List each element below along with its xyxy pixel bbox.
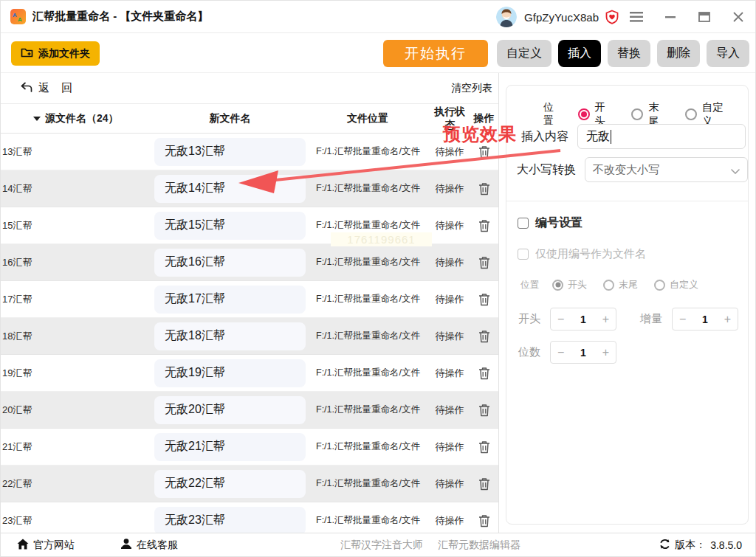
minus-button[interactable]: − [557,347,564,359]
insert-content-label: 插入内容 [506,129,568,145]
new-name[interactable]: 无敌19汇帮 [154,359,306,387]
start-number-stepper: − 1 + [550,308,616,331]
trash-icon[interactable] [478,256,490,269]
file-location: F:/1.汇帮批量重命名/文件 [306,514,430,527]
digits-value[interactable]: 1 [580,347,586,359]
start-execute-button[interactable]: 开始执行 [383,40,488,67]
column-location: 文件位置 [306,112,430,125]
maximize-button[interactable] [687,1,721,33]
status: 待操作 [430,293,470,306]
trash-icon[interactable] [478,367,490,380]
online-support-link[interactable]: 在线客服 [120,538,178,552]
back-button[interactable]: 返 回 [20,81,77,95]
source-name: 23汇帮 [1,514,154,527]
increment-label: 增量 [640,312,662,326]
user-avatar[interactable] [496,7,517,27]
case-convert-select[interactable]: 不改变大小写 [585,157,748,182]
svg-text:A: A [18,16,22,23]
titlebar: AA 汇帮批量重命名 - 【文件夹重命名】 GfpZyYucX8ab [1,1,755,33]
tab-custom[interactable]: 自定义 [497,40,551,67]
numbering-setting-row: 编号设置 [518,215,583,231]
column-source[interactable]: 源文件名（24） [1,112,154,125]
trash-icon[interactable] [478,330,490,343]
status: 待操作 [430,514,470,527]
app-icon: AA [10,9,26,24]
table-row: 23汇帮 无敌23汇帮 F:/1.汇帮批量重命名/文件 待操作 [1,502,498,534]
vip-badge-icon[interactable] [605,10,619,24]
only-number-checkbox[interactable] [518,249,529,260]
radio-selected-icon [578,108,590,120]
menu-icon[interactable] [619,1,653,33]
tab-import[interactable]: 导入 [707,40,749,67]
radio-number-start[interactable]: 开头 [552,278,587,291]
new-name[interactable]: 无敌13汇帮 [154,138,306,166]
trash-icon[interactable] [478,440,490,454]
metadata-tool-link[interactable]: 汇帮元数据编辑器 [438,539,520,552]
numbering-label: 编号设置 [535,215,583,231]
increment-value[interactable]: 1 [702,314,708,325]
table-row: 16汇帮 无敌16汇帮 F:/1.汇帮批量重命名/文件 待操作 [1,244,498,281]
close-button[interactable] [721,1,755,33]
new-name[interactable]: 无敌23汇帮 [154,507,306,535]
pinyin-tool-link[interactable]: 汇帮汉字注音大师 [340,539,423,552]
plus-button[interactable]: + [602,347,609,359]
new-name[interactable]: 无敌16汇帮 [154,249,306,277]
section-divider [506,201,748,201]
trash-icon[interactable] [478,404,490,417]
insert-content-input[interactable]: 无敌 [577,124,746,149]
radio-number-custom[interactable]: 自定义 [654,278,698,291]
table-row: 19汇帮 无敌19汇帮 F:/1.汇帮批量重命名/文件 待操作 [1,355,498,392]
new-name[interactable]: 无敌20汇帮 [154,396,306,424]
numbering-checkbox[interactable] [518,218,529,229]
tab-delete[interactable]: 删除 [657,40,700,67]
official-site-link[interactable]: 官方网站 [17,539,75,552]
back-arrow-icon [20,82,32,95]
new-name[interactable]: 无敌21汇帮 [154,433,306,461]
table-row: 20汇帮 无敌20汇帮 F:/1.汇帮批量重命名/文件 待操作 [1,392,498,429]
minus-button[interactable]: − [679,314,686,325]
new-name[interactable]: 无敌22汇帮 [154,470,306,498]
minus-button[interactable]: − [557,314,564,325]
radio-icon [654,280,665,291]
status: 待操作 [430,145,470,159]
version-label: 版本： [675,539,706,552]
trash-icon[interactable] [478,293,490,306]
increment-stepper: − 1 + [672,308,738,331]
plus-button[interactable]: + [602,314,609,325]
table-header: 源文件名（24） 新文件名 文件位置 执行状态 操作 [1,104,498,134]
new-name[interactable]: 无敌14汇帮 [154,175,306,203]
new-name[interactable]: 无敌15汇帮 [154,212,306,240]
table-row: 18汇帮 无敌18汇帮 F:/1.汇帮批量重命名/文件 待操作 [1,318,498,355]
trash-icon[interactable] [478,182,490,196]
toolbar: 添加文件夹 开始执行 自定义 插入 替换 删除 导入 [1,33,755,73]
only-number-row: 仅使用编号作为文件名 [518,247,646,261]
radio-selected-icon [552,280,563,291]
new-name[interactable]: 无敌18汇帮 [154,322,306,350]
tab-insert[interactable]: 插入 [558,40,601,67]
column-new-name: 新文件名 [154,112,306,125]
source-name: 17汇帮 [1,293,154,306]
tab-replace[interactable]: 替换 [608,40,650,67]
table-body: 13汇帮 无敌13汇帮 F:/1.汇帮批量重命名/文件 待操作 14汇帮 无敌1… [1,134,498,534]
file-location: F:/1.汇帮批量重命名/文件 [306,256,430,269]
radio-number-end[interactable]: 末尾 [603,278,638,291]
clear-list-button[interactable]: 清空列表 [451,82,492,95]
status: 待操作 [430,404,470,417]
status: 待操作 [430,256,470,269]
refresh-icon[interactable] [659,539,670,552]
status: 待操作 [430,330,470,343]
trash-icon[interactable] [478,145,490,159]
trash-icon[interactable] [478,477,490,491]
table-row: 22汇帮 无敌22汇帮 F:/1.汇帮批量重命名/文件 待操作 [1,466,498,502]
add-folder-button[interactable]: 添加文件夹 [11,41,100,66]
list-toolbar: 返 回 清空列表 [1,73,498,104]
start-number-value[interactable]: 1 [580,314,586,325]
table-row: 21汇帮 无敌21汇帮 F:/1.汇帮批量重命名/文件 待操作 [1,429,498,466]
file-location: F:/1.汇帮批量重命名/文件 [306,182,430,195]
new-name[interactable]: 无敌17汇帮 [154,286,306,314]
trash-icon[interactable] [478,219,490,232]
plus-button[interactable]: + [724,314,731,325]
source-name: 15汇帮 [1,219,154,232]
minimize-button[interactable] [653,1,687,33]
trash-icon[interactable] [478,514,490,527]
